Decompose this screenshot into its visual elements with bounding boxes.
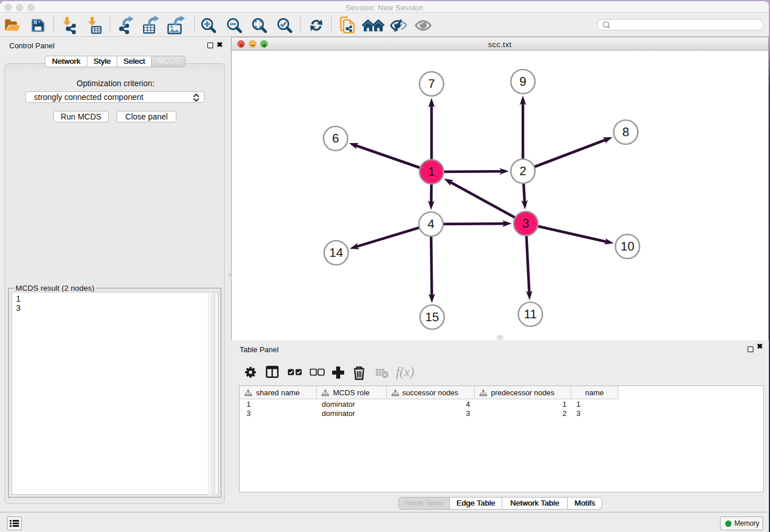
svg-text:2: 2 xyxy=(519,164,526,178)
svg-text:8: 8 xyxy=(622,125,629,139)
svg-text:15: 15 xyxy=(425,310,439,324)
svg-text:9: 9 xyxy=(519,75,526,88)
svg-text:11: 11 xyxy=(524,307,537,321)
svg-text:1: 1 xyxy=(428,165,435,179)
svg-text:3: 3 xyxy=(522,217,529,230)
svg-text:7: 7 xyxy=(428,77,435,91)
svg-text:10: 10 xyxy=(621,240,634,253)
svg-text:6: 6 xyxy=(332,132,339,145)
svg-text:4: 4 xyxy=(428,217,434,231)
svg-text:14: 14 xyxy=(329,246,343,260)
svg-text:f(x): f(x) xyxy=(396,365,414,379)
